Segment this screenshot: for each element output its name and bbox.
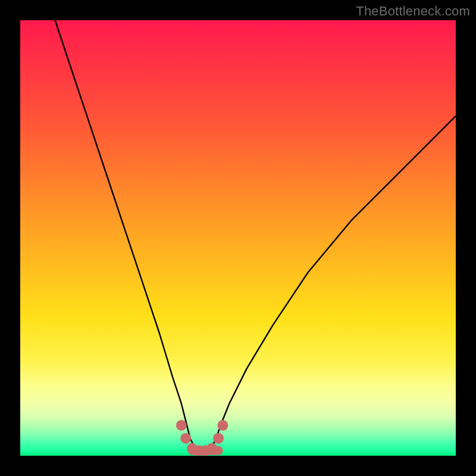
curve-marker [217, 420, 228, 431]
bottleneck-curve-path [55, 20, 456, 452]
curve-marker [180, 433, 191, 444]
plot-area [20, 20, 456, 456]
bottleneck-curve-svg [20, 20, 456, 456]
curve-marker [213, 433, 224, 444]
chart-frame: TheBottleneck.com [0, 0, 476, 476]
curve-marker [206, 443, 217, 454]
watermark-text: TheBottleneck.com [356, 4, 470, 19]
curve-marker [176, 420, 187, 431]
